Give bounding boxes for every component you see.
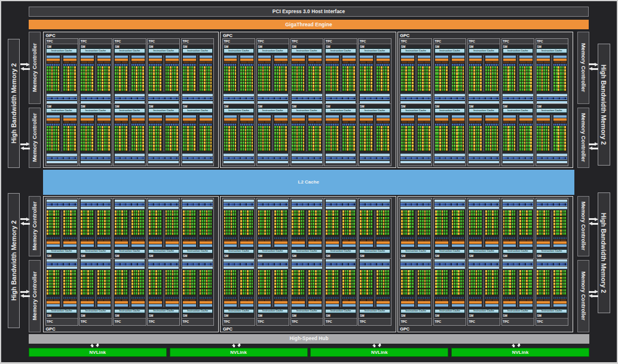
- dispatch-units-row: [519, 299, 533, 301]
- dp-unit-column: [548, 126, 550, 151]
- core-grid: [326, 126, 339, 151]
- dispatch-unit-right: [138, 121, 144, 123]
- core-column: [562, 270, 564, 295]
- dispatch-unit-left: [377, 299, 383, 301]
- dispatch-unit-left: [326, 299, 332, 301]
- tex-unit-segmented-bar: [47, 157, 77, 160]
- core-column: [379, 270, 381, 295]
- core-column: [258, 66, 260, 91]
- dp-unit-column: [258, 210, 260, 235]
- left-arrow-icon: [20, 67, 30, 71]
- core-column: [85, 210, 87, 235]
- instruction-cache-bar: Instruction Cache: [325, 48, 356, 53]
- dispatch-unit-left: [183, 62, 189, 63]
- dispatch-unit-right: [383, 62, 389, 63]
- dispatch-unit-right: [155, 240, 161, 241]
- core-column: [556, 66, 558, 91]
- dispatch-unit-left: [132, 240, 138, 241]
- tex-light-bar-top: [435, 200, 465, 202]
- sm-label-row: SM: [224, 314, 255, 318]
- core-column: [503, 66, 505, 91]
- core-column: [385, 270, 387, 295]
- warp-scheduler-bar: [81, 59, 94, 61]
- sm-block-0: Instruction CacheSM: [359, 199, 390, 259]
- nvlink-arrows-3: [512, 344, 521, 348]
- sm-process-block-1: [131, 270, 145, 307]
- sm-label: SM: [47, 255, 51, 258]
- dispatch-unit-left: [377, 62, 383, 63]
- instruction-buffer-bar: [553, 244, 567, 247]
- dispatch-units-row: [537, 121, 550, 123]
- register-file-bar: [469, 297, 482, 299]
- dispatch-unit-right: [383, 240, 389, 241]
- sm-block-0: Instruction CacheSM: [148, 199, 179, 259]
- dp-unit-column: [279, 66, 281, 91]
- core-column: [463, 270, 464, 295]
- sm-block-1: Instruction CacheSM: [182, 259, 213, 319]
- instruction-buffer-bar: [81, 56, 94, 58]
- dp-unit-column: [331, 126, 332, 151]
- sm-process-block-0: [400, 210, 415, 247]
- dispatch-units-row: [485, 239, 498, 241]
- sm-block-1: Instruction CacheSM: [400, 259, 432, 319]
- warp-scheduler-bar: [131, 118, 145, 121]
- core-grid: [360, 210, 373, 235]
- sm-block-0: SMInstruction Cache: [148, 44, 179, 103]
- sm-process-blocks: [46, 210, 77, 247]
- sm-label: SM: [360, 45, 364, 48]
- instruction-buffer-bar: [115, 56, 128, 58]
- core-column: [473, 270, 475, 295]
- core-column: [68, 270, 69, 295]
- sm-block-0: Instruction CacheSM: [79, 199, 111, 259]
- up-arrow-icon: [512, 344, 516, 348]
- core-column: [442, 66, 443, 91]
- tpc-label-row: TPC: [114, 319, 145, 325]
- core-column: [267, 270, 268, 295]
- tpc-label: TPC: [401, 320, 407, 323]
- core-grid: [200, 126, 213, 151]
- core-column: [342, 126, 344, 151]
- instruction-buffer-bar: [258, 304, 271, 307]
- core-column: [142, 210, 144, 235]
- dp-unit-column: [490, 126, 492, 151]
- core-column: [328, 210, 330, 235]
- tpc-box-4: Instruction CacheSMInstruction CacheSMTP…: [536, 198, 568, 326]
- dispatch-units-row: [452, 299, 465, 301]
- core-column: [463, 210, 464, 235]
- memory-controller-right-1: Memory Controller: [577, 108, 589, 169]
- core-column: [377, 126, 378, 151]
- memory-controller-left-0: Memory Controller: [29, 32, 41, 105]
- sm-process-block-1: [553, 55, 567, 92]
- dispatch-unit-right: [172, 299, 178, 301]
- dp-unit-column: [292, 270, 293, 295]
- dp-unit-column: [315, 210, 317, 235]
- core-column: [539, 66, 541, 91]
- core-column: [174, 66, 176, 91]
- core-column: [243, 210, 244, 235]
- core-column: [562, 210, 564, 235]
- tpc-box-2: TPCSMInstruction CacheSMInstruction Cach…: [113, 38, 146, 166]
- dp-unit-column: [519, 270, 521, 295]
- tex-unit-segmented-bar: [435, 97, 465, 100]
- dispatch-unit-right: [172, 121, 178, 123]
- warp-scheduler-bar: [485, 301, 498, 304]
- instruction-cache-bar: Instruction Cache: [536, 108, 567, 113]
- tex-light-bar-top: [537, 154, 567, 156]
- left-arrow-icon: [589, 146, 598, 150]
- sm-process-blocks: [400, 55, 432, 92]
- dp-unit-column: [537, 270, 539, 295]
- sm-block-0: Instruction CacheSM: [502, 199, 534, 259]
- instruction-cache-label: Instruction Cache: [85, 250, 106, 252]
- dispatch-unit-left: [149, 299, 155, 301]
- tex-unit-segmented-bar: [360, 157, 390, 160]
- sm-label-row: SM: [400, 44, 432, 48]
- sm-label: SM: [224, 255, 228, 258]
- core-grid: [452, 210, 465, 235]
- arrow-shaft: [23, 223, 29, 225]
- core-column: [91, 270, 93, 295]
- dp-unit-column: [313, 66, 314, 91]
- tpc-box-3: TPCSMInstruction CacheSMInstruction Cach…: [147, 38, 180, 166]
- core-column: [362, 270, 364, 295]
- sm-label: SM: [503, 45, 507, 48]
- dispatch-unit-right: [492, 62, 498, 63]
